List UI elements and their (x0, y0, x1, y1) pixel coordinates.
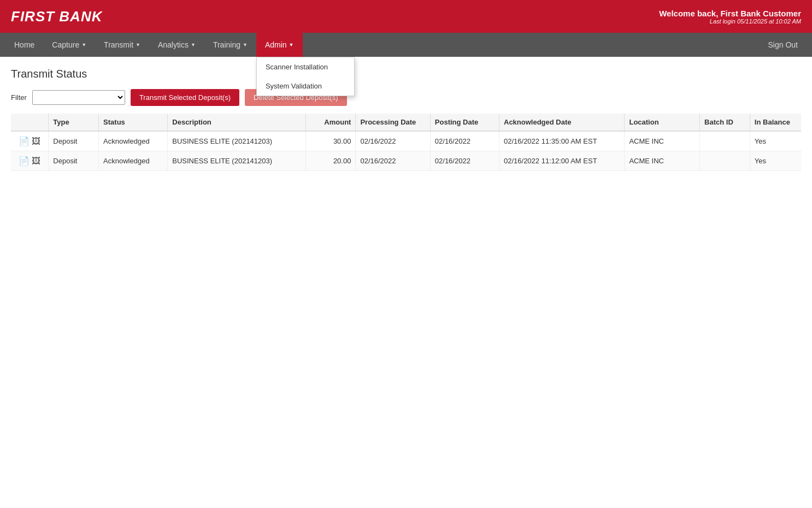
row-batch-id (700, 151, 750, 171)
row-amount: 20.00 (305, 151, 356, 171)
last-login-text: Last login 05/11/2025 at 10:02 AM (659, 18, 801, 25)
row-type: Deposit (49, 151, 99, 171)
welcome-text: Welcome back, First Bank Customer (659, 9, 801, 18)
nav-capture[interactable]: Capture ▼ (43, 33, 95, 57)
row-location: ACME INC (625, 151, 700, 171)
row-in-balance: Yes (750, 131, 801, 151)
table-header-row: Type Status Description Amount Processin… (11, 114, 801, 131)
main-content: Transmit Status Filter Transmit Selected… (0, 57, 812, 508)
document-icon[interactable]: 📄 (19, 156, 30, 166)
filter-select[interactable] (32, 90, 125, 105)
navbar: Home Capture ▼ Transmit ▼ Analytics ▼ Tr… (0, 33, 812, 57)
col-header-location: Location (625, 114, 700, 131)
col-header-in-balance: In Balance (750, 114, 801, 131)
col-header-batch-id: Batch ID (700, 114, 750, 131)
nav-transmit[interactable]: Transmit ▼ (95, 33, 149, 57)
col-header-acknowledged-date: Acknowledged Date (499, 114, 625, 131)
col-header-description: Description (168, 114, 305, 131)
nav-home[interactable]: Home (5, 33, 43, 57)
col-header-icons (11, 114, 49, 131)
admin-dropdown-menu: Scanner Installation System Validation (256, 57, 355, 96)
sign-out-button[interactable]: Sign Out (760, 33, 807, 57)
row-description: BUSINESS ELITE (202141203) (168, 151, 305, 171)
admin-system-validation[interactable]: System Validation (257, 76, 354, 96)
col-header-amount: Amount (305, 114, 356, 131)
row-acknowledged-date: 02/16/2022 11:35:00 AM EST (499, 131, 625, 151)
col-header-status: Status (99, 114, 168, 131)
row-type: Deposit (49, 131, 99, 151)
nav-analytics[interactable]: Analytics ▼ (149, 33, 204, 57)
row-icons-cell: 📄 🖼 (11, 131, 49, 151)
row-location: ACME INC (625, 131, 700, 151)
row-posting-date: 02/16/2022 (430, 131, 499, 151)
table-body: 📄 🖼 Deposit Acknowledged BUSINESS ELITE … (11, 131, 801, 171)
row-status: Acknowledged (99, 151, 168, 171)
row-amount: 30.00 (305, 131, 356, 151)
capture-dropdown-icon: ▼ (81, 42, 86, 48)
row-processing-date: 02/16/2022 (356, 131, 430, 151)
brand-logo: FIRST BANK (11, 8, 102, 25)
nav-training[interactable]: Training ▼ (204, 33, 256, 57)
image-icon[interactable]: 🖼 (32, 137, 40, 146)
user-info: Welcome back, First Bank Customer Last l… (659, 9, 801, 25)
image-icon[interactable]: 🖼 (32, 156, 40, 166)
row-in-balance: Yes (750, 151, 801, 171)
header: FIRST BANK Welcome back, First Bank Cust… (0, 0, 812, 33)
row-acknowledged-date: 02/16/2022 11:12:00 AM EST (499, 151, 625, 171)
filter-row: Filter Transmit Selected Deposit(s) Dele… (11, 89, 801, 106)
nav-admin-wrapper: Admin ▼ Scanner Installation System Vali… (256, 33, 303, 57)
admin-dropdown-icon: ▼ (289, 42, 294, 48)
row-icons-cell: 📄 🖼 (11, 151, 49, 171)
transmit-dropdown-icon: ▼ (136, 42, 140, 48)
table-row: 📄 🖼 Deposit Acknowledged BUSINESS ELITE … (11, 131, 801, 151)
col-header-processing-date: Processing Date (356, 114, 430, 131)
row-batch-id (700, 131, 750, 151)
transmit-selected-button[interactable]: Transmit Selected Deposit(s) (131, 89, 239, 106)
filter-label: Filter (11, 93, 27, 102)
nav-admin[interactable]: Admin ▼ (256, 33, 303, 57)
row-processing-date: 02/16/2022 (356, 151, 430, 171)
col-header-type: Type (49, 114, 99, 131)
col-header-posting-date: Posting Date (430, 114, 499, 131)
document-icon[interactable]: 📄 (19, 137, 30, 146)
admin-scanner-installation[interactable]: Scanner Installation (257, 57, 354, 76)
row-posting-date: 02/16/2022 (430, 151, 499, 171)
deposits-table: Type Status Description Amount Processin… (11, 114, 801, 171)
row-status: Acknowledged (99, 131, 168, 151)
page-title: Transmit Status (11, 68, 801, 80)
table-row: 📄 🖼 Deposit Acknowledged BUSINESS ELITE … (11, 151, 801, 171)
training-dropdown-icon: ▼ (243, 42, 248, 48)
analytics-dropdown-icon: ▼ (191, 42, 196, 48)
row-description: BUSINESS ELITE (202141203) (168, 131, 305, 151)
